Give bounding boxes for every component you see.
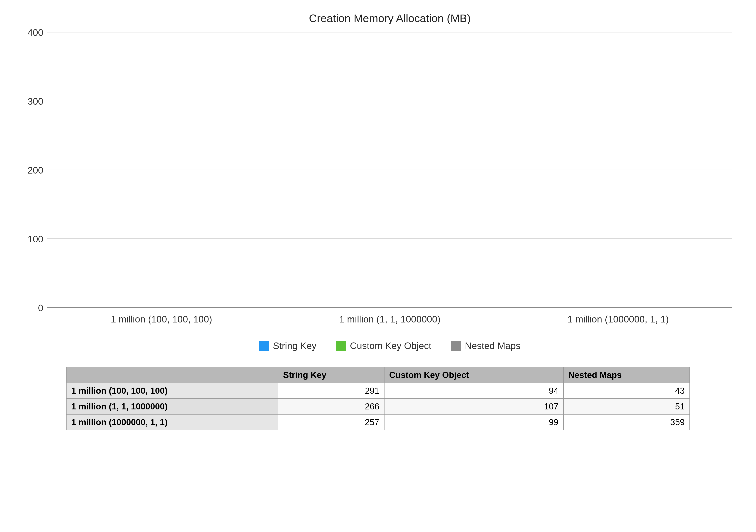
table-cell: 257 xyxy=(278,414,384,430)
y-tick: 0 xyxy=(38,303,43,314)
plot-area xyxy=(47,33,732,308)
x-label: 1 million (1, 1, 1000000) xyxy=(287,314,493,325)
y-tick: 200 xyxy=(28,165,43,176)
x-axis-labels: 1 million (100, 100, 100) 1 million (1, … xyxy=(47,314,732,325)
table-cell: 107 xyxy=(384,399,563,414)
legend-item-custom-key: Custom Key Object xyxy=(336,341,431,351)
table-cell: 51 xyxy=(563,399,690,414)
table-header-row: String Key Custom Key Object Nested Maps xyxy=(66,367,690,383)
table-row-header: 1 million (1, 1, 1000000) xyxy=(66,399,278,414)
chart-container: Creation Memory Allocation (MB) 400 300 … xyxy=(24,12,732,430)
data-table: String Key Custom Key Object Nested Maps… xyxy=(66,367,690,430)
table-col-header: String Key xyxy=(278,367,384,383)
bar-groups xyxy=(47,33,732,307)
x-label: 1 million (100, 100, 100) xyxy=(59,314,264,325)
legend-swatch-icon xyxy=(259,341,269,351)
legend-swatch-icon xyxy=(451,341,461,351)
table-row-header: 1 million (100, 100, 100) xyxy=(66,383,278,399)
table-corner-cell xyxy=(66,367,278,383)
table-row: 1 million (1000000, 1, 1) 257 99 359 xyxy=(66,414,690,430)
legend-label: String Key xyxy=(273,341,316,351)
table-col-header: Custom Key Object xyxy=(384,367,563,383)
y-axis: 400 300 200 100 0 xyxy=(24,33,47,308)
chart-title: Creation Memory Allocation (MB) xyxy=(47,12,732,25)
legend-item-string-key: String Key xyxy=(259,341,316,351)
legend: String Key Custom Key Object Nested Maps xyxy=(47,341,732,351)
y-tick: 400 xyxy=(28,27,43,38)
table-cell: 94 xyxy=(384,383,563,399)
table-row-header: 1 million (1000000, 1, 1) xyxy=(66,414,278,430)
table-row: 1 million (100, 100, 100) 291 94 43 xyxy=(66,383,690,399)
table-cell: 359 xyxy=(563,414,690,430)
table-cell: 266 xyxy=(278,399,384,414)
table-cell: 43 xyxy=(563,383,690,399)
legend-swatch-icon xyxy=(336,341,346,351)
legend-item-nested-maps: Nested Maps xyxy=(451,341,521,351)
table-row: 1 million (1, 1, 1000000) 266 107 51 xyxy=(66,399,690,414)
table-col-header: Nested Maps xyxy=(563,367,690,383)
legend-label: Custom Key Object xyxy=(350,341,431,351)
y-tick: 100 xyxy=(28,234,43,244)
plot: 400 300 200 100 0 xyxy=(24,33,732,308)
y-tick: 300 xyxy=(28,96,43,107)
table-cell: 291 xyxy=(278,383,384,399)
table-cell: 99 xyxy=(384,414,563,430)
x-label: 1 million (1000000, 1, 1) xyxy=(515,314,721,325)
legend-label: Nested Maps xyxy=(465,341,521,351)
